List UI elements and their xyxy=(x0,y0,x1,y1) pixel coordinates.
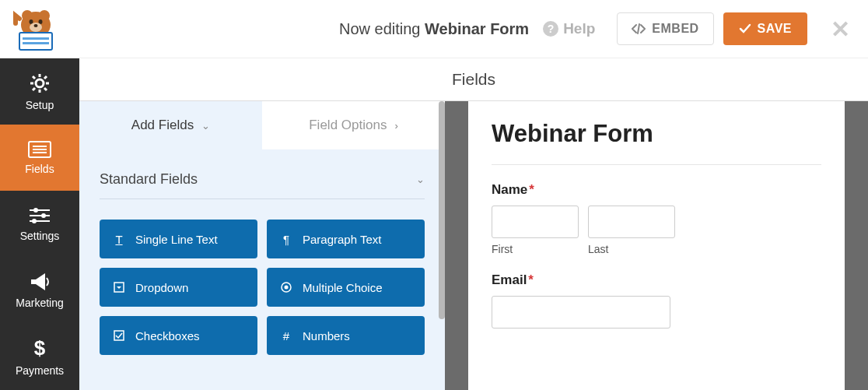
field-dropdown[interactable]: Dropdown xyxy=(100,268,257,307)
field-label: Paragraph Text xyxy=(303,233,381,246)
sidebar-item-setup[interactable]: Setup xyxy=(0,58,79,125)
svg-point-10 xyxy=(36,79,44,87)
sidebar-item-label: Setup xyxy=(26,99,54,111)
field-numbers[interactable]: # Numbers xyxy=(267,316,425,355)
name-row xyxy=(492,206,821,238)
content: Fields Add Fields ⌄ Field Options › Stan… xyxy=(79,58,868,390)
close-button[interactable]: ✕ xyxy=(831,16,850,43)
svg-point-6 xyxy=(34,24,38,27)
sliders-icon xyxy=(28,206,51,225)
sidebar: Setup Fields Settings Marketing $ Paymen… xyxy=(0,58,79,390)
embed-label: EMBED xyxy=(652,22,698,36)
svg-rect-33 xyxy=(114,331,124,340)
svg-rect-9 xyxy=(23,42,49,44)
first-sublabel: First xyxy=(492,243,579,255)
last-name-input[interactable] xyxy=(588,206,675,238)
svg-point-24 xyxy=(33,208,38,213)
fields-panel: Add Fields ⌄ Field Options › Standard Fi… xyxy=(79,101,445,390)
section-title: Standard Fields xyxy=(100,171,198,188)
field-label: Single Line Text xyxy=(135,233,218,246)
editing-form-name: Webinar Form xyxy=(425,20,529,37)
field-checkboxes[interactable]: Checkboxes xyxy=(100,316,257,355)
text-cursor-icon: T xyxy=(112,233,126,246)
save-button[interactable]: SAVE xyxy=(723,12,807,45)
field-single-line-text[interactable]: T Single Line Text xyxy=(100,220,257,258)
svg-line-15 xyxy=(33,76,35,79)
field-label: Checkboxes xyxy=(135,329,200,343)
close-icon: ✕ xyxy=(831,16,850,42)
scrollbar[interactable] xyxy=(439,101,445,319)
content-body: Add Fields ⌄ Field Options › Standard Fi… xyxy=(79,101,868,390)
last-sublabel: Last xyxy=(588,243,675,255)
required-mark: * xyxy=(528,272,534,287)
help-link[interactable]: ? Help xyxy=(543,20,595,37)
svg-rect-7 xyxy=(19,33,52,50)
sidebar-item-settings[interactable]: Settings xyxy=(0,191,79,257)
panel-title: Fields xyxy=(79,58,868,101)
email-field-label: Email* xyxy=(492,272,821,288)
field-label: Numbers xyxy=(303,329,350,343)
name-field-label: Name* xyxy=(492,182,821,198)
editing-label: Now editing Webinar Form xyxy=(339,20,529,38)
main-area: Setup Fields Settings Marketing $ Paymen… xyxy=(0,58,868,390)
svg-line-16 xyxy=(44,88,47,90)
field-multiple-choice[interactable]: Multiple Choice xyxy=(267,268,425,307)
tab-label: Field Options xyxy=(309,118,387,133)
fields-grid: T Single Line Text ¶ Paragraph Text Drop… xyxy=(79,207,445,367)
svg-text:$: $ xyxy=(34,336,46,360)
dropdown-icon xyxy=(112,282,126,293)
tab-field-options[interactable]: Field Options › xyxy=(262,101,445,149)
bullhorn-icon xyxy=(28,272,51,292)
sidebar-item-fields[interactable]: Fields xyxy=(0,125,79,191)
name-sublabels: First Last xyxy=(492,243,821,255)
chevron-right-icon: › xyxy=(394,120,397,132)
form-preview-wrap: Webinar Form Name* First Last Email* xyxy=(445,101,868,390)
chevron-down-icon: ⌄ xyxy=(416,174,425,185)
first-name-input[interactable] xyxy=(492,206,579,238)
sidebar-item-label: Fields xyxy=(25,163,54,175)
sidebar-item-label: Settings xyxy=(20,230,60,242)
form-preview: Webinar Form Name* First Last Email* xyxy=(468,101,845,390)
checkbox-icon xyxy=(112,330,126,341)
svg-line-17 xyxy=(33,88,35,90)
field-paragraph-text[interactable]: ¶ Paragraph Text xyxy=(267,220,425,258)
embed-button[interactable]: EMBED xyxy=(617,12,713,45)
tab-label: Add Fields xyxy=(131,118,194,133)
sidebar-item-payments[interactable]: $ Payments xyxy=(0,323,79,389)
chevron-down-icon: ⌄ xyxy=(201,120,210,132)
svg-point-32 xyxy=(285,286,289,290)
form-title: Webinar Form xyxy=(492,121,821,147)
field-label: Dropdown xyxy=(135,281,188,294)
sidebar-item-label: Payments xyxy=(16,364,64,377)
svg-line-18 xyxy=(44,76,47,79)
paragraph-icon: ¶ xyxy=(279,233,293,246)
bear-logo-icon xyxy=(12,8,60,51)
panel-tabs: Add Fields ⌄ Field Options › xyxy=(79,101,445,149)
gear-icon xyxy=(29,72,51,94)
email-input[interactable] xyxy=(492,296,670,329)
svg-point-28 xyxy=(32,219,37,223)
sidebar-item-marketing[interactable]: Marketing xyxy=(0,257,79,323)
save-label: SAVE xyxy=(758,22,792,36)
help-label: Help xyxy=(563,20,595,37)
top-bar: Now editing Webinar Form ? Help EMBED SA… xyxy=(0,0,868,58)
divider xyxy=(492,164,821,165)
tab-add-fields[interactable]: Add Fields ⌄ xyxy=(79,101,262,149)
help-icon: ? xyxy=(543,21,558,37)
sidebar-item-label: Marketing xyxy=(16,297,63,309)
svg-rect-8 xyxy=(23,37,49,40)
section-standard-fields[interactable]: Standard Fields ⌄ xyxy=(100,171,425,199)
svg-point-26 xyxy=(41,213,46,218)
check-icon xyxy=(739,23,751,34)
app-logo xyxy=(12,8,60,51)
code-icon xyxy=(632,23,646,34)
list-icon xyxy=(28,141,51,158)
field-label: Multiple Choice xyxy=(303,281,383,294)
dollar-icon: $ xyxy=(33,336,47,360)
editing-prefix: Now editing xyxy=(339,20,425,37)
required-mark: * xyxy=(529,182,534,197)
radio-icon xyxy=(279,282,293,293)
hash-icon: # xyxy=(279,329,293,343)
